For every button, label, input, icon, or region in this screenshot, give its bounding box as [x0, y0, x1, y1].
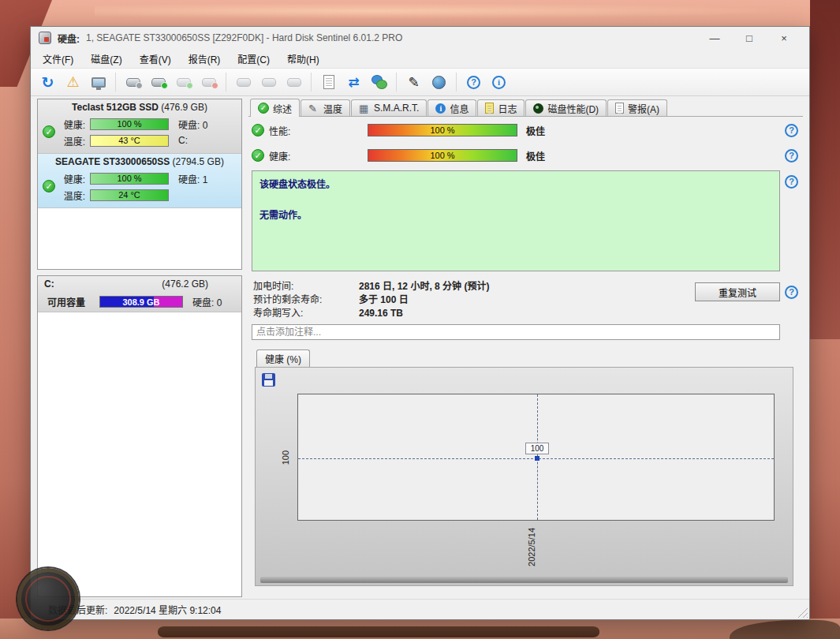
performance-rating: 极佳: [526, 124, 545, 137]
disk-test-icon[interactable]: [173, 72, 194, 93]
data-point-marker: [535, 456, 539, 461]
health-bar: 100 %: [368, 149, 517, 162]
sidebar: Teclast 512GB SSD (476.9 GB) 健康: 100 % 硬…: [37, 99, 242, 597]
chart-plot-area[interactable]: 100: [297, 394, 775, 521]
health-bar: 100 %: [90, 118, 169, 130]
partition-list: C: (476.2 GB) 可用容量 308.9 GB 硬盘: 0: [37, 275, 242, 597]
toolbar-separator: [115, 73, 116, 92]
tab-overview[interactable]: 综述: [250, 99, 300, 117]
performance-ok-icon: [252, 124, 264, 136]
tab-disk-performance[interactable]: 磁盘性能(D): [525, 99, 607, 116]
health-bar: 100 %: [90, 173, 169, 185]
desktop: 硬盘: 1, SEAGATE ST33000650SS [Z292F0DK] -…: [0, 0, 840, 639]
health-row: 健康: 100 % 极佳: [248, 148, 803, 163]
menu-config[interactable]: 配置(C): [229, 49, 278, 69]
device-disabled-icon-3[interactable]: [283, 72, 304, 93]
help-icon[interactable]: [463, 72, 484, 93]
refresh-icon[interactable]: [37, 72, 58, 93]
toolbar-separator: [456, 73, 457, 92]
health-bar-value: 100 %: [117, 119, 141, 129]
detect-disk-icon[interactable]: [122, 72, 144, 93]
temp-label: 温度:: [38, 134, 90, 148]
resize-grip[interactable]: [797, 607, 808, 618]
performance-row: 性能: 100 % 极佳: [248, 122, 803, 138]
disk-name: SEAGATE ST33000650SS: [55, 156, 170, 167]
report-icon[interactable]: [318, 72, 339, 93]
chart-tab-health[interactable]: 健康 (%): [256, 349, 310, 367]
menu-disk[interactable]: 磁盘(Z): [82, 49, 130, 69]
network-chat-icon[interactable]: [368, 72, 390, 93]
partition-item-c[interactable]: C: (476.2 GB) 可用容量 308.9 GB 硬盘: 0: [38, 276, 241, 312]
data-point-label: 100: [525, 443, 549, 454]
tab-label: 警报(A): [628, 102, 659, 115]
quick-analyze-icon[interactable]: [403, 72, 424, 93]
tab-label: 磁盘性能(D): [547, 102, 599, 115]
disk-remove-icon[interactable]: [198, 72, 219, 93]
save-chart-icon[interactable]: [262, 373, 275, 387]
performance-help-icon[interactable]: [785, 124, 798, 137]
menu-help[interactable]: 帮助(H): [278, 49, 328, 69]
information-icon[interactable]: [488, 72, 510, 93]
tab-temperature[interactable]: 温度: [301, 99, 350, 116]
temp-bar-value: 24 °C: [118, 190, 140, 200]
partition-size: (476.2 GB): [162, 278, 208, 290]
window-title-prefix: 硬盘:: [58, 32, 80, 45]
temperature-tab-icon: [308, 103, 319, 114]
minimize-button[interactable]: —: [697, 28, 732, 48]
stat-label: 预计的剩余寿命:: [253, 292, 359, 305]
close-button[interactable]: ×: [767, 28, 801, 48]
toolbar-separator: [311, 73, 312, 92]
y-axis-tick: 100: [281, 443, 290, 472]
alert-icon[interactable]: [62, 72, 84, 93]
stat-value: 249.16 TB: [359, 308, 403, 319]
information-tab-icon: [435, 103, 446, 114]
online-info-icon[interactable]: [428, 72, 450, 93]
comment-input[interactable]: [252, 324, 780, 340]
tab-information[interactable]: 信息: [427, 99, 476, 116]
window-controls: — □ ×: [697, 28, 801, 48]
menu-report[interactable]: 报告(R): [180, 49, 230, 69]
log-tab-icon: [485, 103, 494, 114]
disk-name: Teclast 512GB SSD: [72, 102, 159, 113]
reload-info-icon[interactable]: [343, 72, 364, 93]
chart-panel-shade: [260, 577, 788, 583]
tab-label: S.M.A.R.T.: [374, 103, 419, 114]
menu-file[interactable]: 文件(F): [34, 49, 82, 69]
disk-header: SEAGATE ST33000650SS (2794.5 GB): [38, 156, 241, 170]
status-updated-value: 2022/5/14 星期六 9:12:04: [114, 603, 221, 616]
disk-item-0[interactable]: Teclast 512GB SSD (476.9 GB) 健康: 100 % 硬…: [38, 99, 241, 154]
disk-performance-tab-icon: [533, 103, 543, 114]
stat-label: 寿命期写入:: [253, 305, 359, 319]
health-bar-value: 100 %: [117, 174, 141, 183]
disk-size: (476.9 GB): [161, 102, 207, 113]
alerts-tab-icon: [615, 103, 624, 114]
title-bar: 硬盘: 1, SEAGATE ST33000650SS [Z292F0DK] -…: [31, 27, 809, 49]
retest-help-icon[interactable]: [785, 286, 798, 299]
desktop-clouds: [95, 3, 793, 19]
tab-log[interactable]: 日志: [477, 99, 525, 116]
lifetime-writes-row: 寿命期写入:249.16 TB: [248, 305, 803, 319]
health-help-icon[interactable]: [785, 149, 798, 163]
performance-bar: 100 %: [368, 124, 517, 136]
tab-label: 日志: [498, 102, 517, 115]
retest-button[interactable]: 重复测试: [695, 282, 780, 301]
watermark-seal: [17, 568, 79, 630]
maximize-button[interactable]: □: [732, 28, 767, 48]
app-icon: [39, 32, 51, 44]
tab-alerts[interactable]: 警报(A): [607, 99, 667, 116]
disk-accept-icon[interactable]: [147, 72, 169, 93]
message-monitor-icon[interactable]: [88, 72, 109, 93]
toolbar: [31, 68, 809, 96]
drive-letter: C:: [178, 135, 188, 146]
x-axis-tick: 2022/5/14: [527, 524, 536, 570]
menu-view[interactable]: 查看(V): [131, 49, 180, 69]
status-help-icon[interactable]: [785, 175, 798, 189]
capacity-value: 308.9 GB: [100, 297, 182, 307]
temp-bar: 43 °C: [90, 135, 169, 147]
disk-item-1[interactable]: SEAGATE ST33000650SS (2794.5 GB) 健康: 100…: [38, 154, 241, 208]
toolbar-separator: [396, 73, 397, 92]
partition-disk-number: 硬盘: 0: [192, 295, 222, 308]
device-disabled-icon-2[interactable]: [258, 72, 279, 93]
tab-smart[interactable]: S.M.A.R.T.: [351, 99, 427, 116]
device-disabled-icon-1[interactable]: [233, 72, 254, 93]
